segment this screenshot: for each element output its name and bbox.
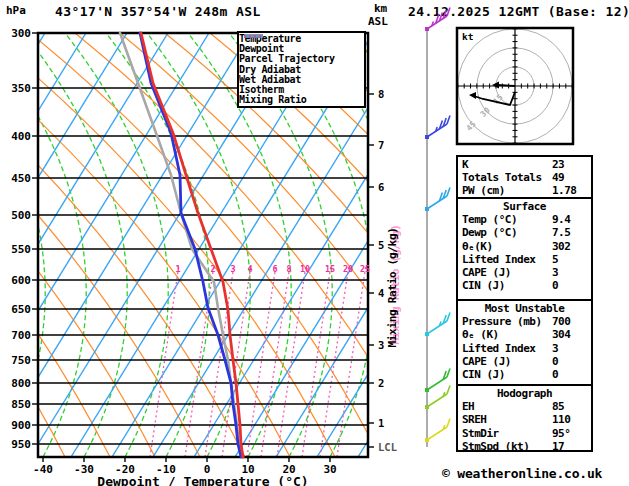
table-row-label: θₑ (K) bbox=[462, 328, 499, 341]
copyright-footer: © weatheronline.co.uk bbox=[442, 466, 622, 481]
table-section-header: Hodograph bbox=[458, 387, 591, 400]
table-row: StmDir95° bbox=[458, 427, 591, 440]
table-row: CIN (J)0 bbox=[458, 279, 591, 292]
pressure-tick-label: 650 bbox=[11, 303, 31, 316]
km-tick-label: 3 bbox=[378, 339, 384, 351]
hodograph-trace-low bbox=[497, 85, 515, 86]
table-row-label: CAPE (J) bbox=[462, 266, 511, 279]
pressure-tick-label: 950 bbox=[11, 438, 31, 451]
dry-adiabat-line bbox=[0, 33, 65, 457]
table-row-value: 7.5 bbox=[552, 226, 570, 239]
table-row-value: 85 bbox=[552, 400, 564, 413]
temperature-tick-label: 30 bbox=[323, 463, 336, 476]
table-row-label: CAPE (J) bbox=[462, 355, 511, 368]
km-tick-label: 5 bbox=[378, 239, 384, 251]
temperature-tick-label: -30 bbox=[74, 463, 94, 476]
table-row-value: 95° bbox=[552, 427, 570, 440]
table-row: Lifted Index3 bbox=[458, 342, 591, 355]
mixing-ratio-line bbox=[302, 265, 331, 457]
table-row: Totals Totals49 bbox=[458, 171, 591, 184]
wind-barb bbox=[425, 188, 450, 212]
mixing-ratio-value-label: 8 bbox=[286, 264, 291, 274]
mixing-ratio-axis-label: Mixing Ratio (g/kg) bbox=[386, 203, 399, 373]
pressure-tick-label: 800 bbox=[11, 377, 31, 390]
table-row: θₑ(K)302 bbox=[458, 240, 591, 253]
table-row-label: Temp (°C) bbox=[462, 213, 517, 226]
km-tick-label: 4 bbox=[378, 287, 384, 299]
table-row: SREH110 bbox=[458, 413, 591, 426]
table-row-value: 0 bbox=[552, 279, 558, 292]
mixing-ratio-value-label: 10 bbox=[300, 264, 310, 274]
wet-adiabat-line bbox=[598, 33, 629, 457]
wind-barb bbox=[425, 369, 450, 393]
table-row-value: 304 bbox=[552, 328, 570, 341]
pressure-tick-label: 300 bbox=[11, 27, 31, 40]
table-row-label: Totals Totals bbox=[462, 171, 542, 184]
parcel-trajectory-curve bbox=[120, 33, 243, 457]
pressure-tick-label: 350 bbox=[11, 82, 31, 95]
table-row: EH85 bbox=[458, 400, 591, 413]
table-row: Pressure (mb)700 bbox=[458, 315, 591, 328]
km-tick-label: 8 bbox=[378, 88, 384, 100]
mixing-ratio-line bbox=[337, 265, 366, 457]
wind-barb bbox=[425, 313, 450, 337]
mixing-ratio-value-label: 4 bbox=[247, 264, 252, 274]
pressure-tick-label: 450 bbox=[11, 172, 31, 185]
mixing-ratio-value-label: 20 bbox=[343, 264, 353, 274]
mixing-ratio-value-label: 25 bbox=[360, 264, 370, 274]
indices-table-section: SurfaceTemp (°C)9.4Dewp (°C)7.5θₑ(K)302L… bbox=[456, 197, 593, 301]
table-row-value: 23 bbox=[552, 158, 564, 171]
table-row-value: 3 bbox=[552, 266, 558, 279]
table-row-label: Lifted Index bbox=[462, 253, 535, 266]
table-row-value: 5 bbox=[552, 253, 558, 266]
mixing-ratio-value-label: 2 bbox=[210, 264, 215, 274]
wet-adiabat-line bbox=[0, 33, 4, 457]
table-row: K23 bbox=[458, 158, 591, 171]
table-row-label: Dewp (°C) bbox=[462, 226, 517, 239]
wind-barb bbox=[425, 419, 450, 443]
wind-barb bbox=[425, 116, 450, 140]
temperature-axis: -40-30-20-100102030Dewpoint / Temperatur… bbox=[33, 457, 337, 486]
hodograph-unit-label: kt bbox=[462, 31, 473, 42]
sounding-page: hPa 43°17'N 357°54'W 248m ASL km ASL 24.… bbox=[0, 0, 629, 486]
table-row-label: EH bbox=[462, 400, 474, 413]
table-row-label: PW (cm) bbox=[462, 184, 505, 197]
chart-legend: TemperatureDewpointParcel TrajectoryDry … bbox=[237, 31, 366, 108]
table-row: CAPE (J)0 bbox=[458, 355, 591, 368]
table-row-label: CIN (J) bbox=[462, 279, 505, 292]
pressure-tick-label: 400 bbox=[11, 130, 31, 143]
km-tick-label: 1 bbox=[378, 417, 384, 429]
indices-table-section: HodographEH85SREH110StmDir95°StmSpd (kt)… bbox=[456, 384, 593, 452]
table-row-value: 302 bbox=[552, 240, 570, 253]
table-row-label: StmDir bbox=[462, 427, 499, 440]
hodograph: 153045kt bbox=[452, 23, 579, 150]
pressure-tick-label: 700 bbox=[11, 329, 31, 342]
table-row-value: 3 bbox=[552, 342, 558, 355]
km-tick-label: 6 bbox=[378, 181, 384, 193]
temperature-axis-title: Dewpoint / Temperature (°C) bbox=[97, 474, 308, 486]
table-row-value: 110 bbox=[552, 413, 570, 426]
table-row: PW (cm)1.78 bbox=[458, 184, 591, 197]
indices-table-section: K23Totals Totals49PW (cm)1.78 bbox=[456, 155, 593, 199]
table-row-label: θₑ(K) bbox=[462, 240, 493, 253]
table-row-label: K bbox=[462, 158, 468, 171]
pressure-tick-label: 750 bbox=[11, 354, 31, 367]
table-row-label: CIN (J) bbox=[462, 368, 505, 381]
isotherm-line bbox=[0, 33, 4, 457]
table-row-label: StmSpd (kt) bbox=[462, 440, 529, 453]
mixing-ratio-value-label: 6 bbox=[272, 264, 277, 274]
table-row: CIN (J)0 bbox=[458, 368, 591, 381]
pressure-tick-label: 600 bbox=[11, 274, 31, 287]
table-row-value: 700 bbox=[552, 315, 570, 328]
indices-tables: K23Totals Totals49PW (cm)1.78SurfaceTemp… bbox=[456, 155, 593, 452]
table-row: StmSpd (kt)17 bbox=[458, 440, 591, 453]
km-tick-label: 2 bbox=[378, 377, 384, 389]
table-row-value: 0 bbox=[552, 368, 558, 381]
pressure-tick-label: 900 bbox=[11, 419, 31, 432]
table-section-header: Most Unstable bbox=[458, 302, 591, 315]
pressure-tick-label: 500 bbox=[11, 209, 31, 222]
table-row-value: 17 bbox=[552, 440, 564, 453]
table-section-header: Surface bbox=[458, 200, 591, 213]
table-row: Dewp (°C)7.5 bbox=[458, 226, 591, 239]
table-row-label: SREH bbox=[462, 413, 487, 426]
